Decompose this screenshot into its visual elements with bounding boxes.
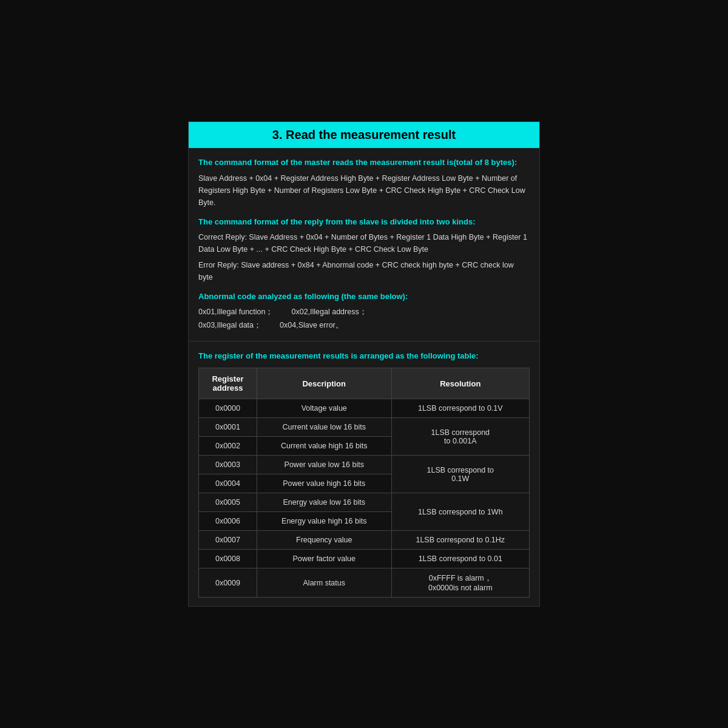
reg-addr-0x0000: 0x0000: [199, 399, 257, 418]
reg-addr-0x0002: 0x0002: [199, 437, 257, 456]
reg-desc-0x0000: Voltage value: [257, 399, 391, 418]
table-body: 0x0000 Voltage value 1LSB correspond to …: [199, 399, 530, 598]
master-command-text: Slave Address + 0x04 + Register Address …: [198, 172, 530, 209]
reg-addr-0x0003: 0x0003: [199, 456, 257, 474]
col-header-description: Description: [257, 368, 391, 399]
highlight-slave-reply: The command format of the reply from the…: [198, 216, 530, 228]
reg-desc-0x0004: Power value high 16 bits: [257, 474, 391, 493]
reg-res-0x0008: 1LSB correspond to 0.01: [391, 550, 529, 568]
reg-res-0x0000: 1LSB correspond to 0.1V: [391, 399, 529, 418]
abnormal-codes: 0x01,Illegal function； 0x02,Illegal addr…: [198, 305, 530, 332]
reg-addr-0x0004: 0x0004: [199, 474, 257, 493]
table-row: 0x0007 Frequency value 1LSB correspond t…: [199, 531, 530, 550]
reg-res-current: 1LSB correspondto 0.001A: [391, 418, 529, 456]
table-row: 0x0003 Power value low 16 bits 1LSB corr…: [199, 456, 530, 474]
reg-addr-0x0001: 0x0001: [199, 418, 257, 437]
code-2a: 0x03,Illegal data；: [198, 318, 261, 332]
col-header-resolution: Resolution: [391, 368, 529, 399]
highlight-master-command: The command format of the master reads t…: [198, 157, 530, 169]
reg-desc-0x0008: Power factor value: [257, 550, 391, 568]
reg-addr-0x0009: 0x0009: [199, 568, 257, 598]
reg-desc-0x0006: Energy value high 16 bits: [257, 512, 391, 531]
table-row: 0x0000 Voltage value 1LSB correspond to …: [199, 399, 530, 418]
error-reply-text: Error Reply: Slave address + 0x84 + Abno…: [198, 259, 530, 283]
reg-desc-0x0003: Power value low 16 bits: [257, 456, 391, 474]
code-1b: 0x02,Illegal address；: [292, 305, 367, 319]
reg-desc-0x0007: Frequency value: [257, 531, 391, 550]
reg-addr-0x0007: 0x0007: [199, 531, 257, 550]
table-row: 0x0001 Current value low 16 bits 1LSB co…: [199, 418, 530, 437]
reg-res-power: 1LSB correspond to0.1W: [391, 456, 529, 493]
code-2b: 0x04,Slave error。: [280, 318, 343, 332]
reg-desc-0x0002: Current value high 16 bits: [257, 437, 391, 456]
table-header-row: Registeraddress Description Resolution: [199, 368, 530, 399]
table-row: 0x0009 Alarm status 0xFFFF is alarm，0x00…: [199, 568, 530, 598]
reg-res-0x0007: 1LSB correspond to 0.1Hz: [391, 531, 529, 550]
col-header-register: Registeraddress: [199, 368, 257, 399]
correct-reply-text: Correct Reply: Slave Address + 0x04 + Nu…: [198, 231, 530, 255]
reg-desc-0x0001: Current value low 16 bits: [257, 418, 391, 437]
content-box: 3. Read the measurement result The comma…: [188, 121, 540, 607]
section-command-format: The command format of the master reads t…: [189, 148, 539, 342]
table-row: 0x0008 Power factor value 1LSB correspon…: [199, 550, 530, 568]
code-1a: 0x01,Illegal function；: [198, 305, 274, 319]
title-bar: 3. Read the measurement result: [189, 122, 539, 148]
register-table: Registeraddress Description Resolution 0…: [198, 368, 530, 598]
abnormal-code-row-2: 0x03,Illegal data； 0x04,Slave error。: [198, 318, 530, 332]
reg-addr-0x0008: 0x0008: [199, 550, 257, 568]
abnormal-code-row-1: 0x01,Illegal function； 0x02,Illegal addr…: [198, 305, 530, 319]
highlight-abnormal-code: Abnormal code analyzed as following (the…: [198, 291, 530, 303]
reg-addr-0x0006: 0x0006: [199, 512, 257, 531]
reg-res-energy: 1LSB correspond to 1Wh: [391, 493, 529, 531]
page-container: 3. Read the measurement result The comma…: [0, 0, 728, 728]
reg-desc-0x0009: Alarm status: [257, 568, 391, 598]
table-row: 0x0005 Energy value low 16 bits 1LSB cor…: [199, 493, 530, 512]
reg-res-0x0009: 0xFFFF is alarm，0x0000is not alarm: [391, 568, 529, 598]
table-intro: The register of the measurement results …: [198, 350, 530, 362]
reg-addr-0x0005: 0x0005: [199, 493, 257, 512]
reg-desc-0x0005: Energy value low 16 bits: [257, 493, 391, 512]
page-title: 3. Read the measurement result: [272, 128, 456, 141]
table-section: The register of the measurement results …: [189, 342, 539, 607]
